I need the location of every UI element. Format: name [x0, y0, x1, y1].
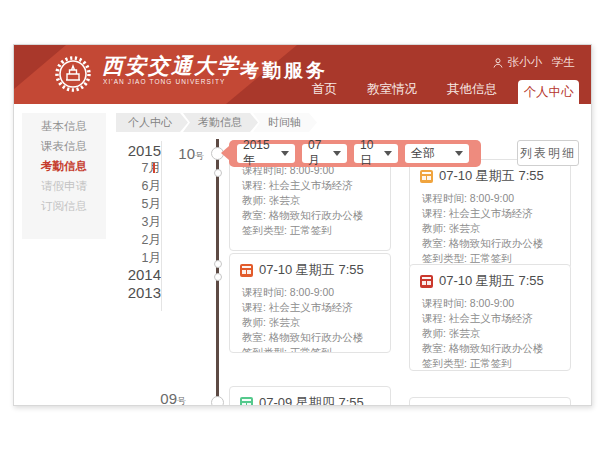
timeline-month-2[interactable]: 2月	[119, 232, 161, 249]
day-label-10: 10号	[164, 145, 204, 163]
orange-stamp-icon	[240, 264, 253, 277]
timeline-node[interactable]	[214, 273, 222, 281]
user-info[interactable]: 张小小 学生	[492, 55, 576, 70]
breadcrumb-personal-center[interactable]: 个人中心	[116, 113, 188, 132]
sidebar-item-subscription-info[interactable]: 订阅信息	[22, 196, 106, 216]
attendance-card[interactable]: 07-09 星期四 7:55	[229, 386, 391, 406]
card-field-line: 课程: 社会主义市场经济	[422, 311, 558, 326]
card-field-line: 教师: 张芸京	[242, 193, 378, 208]
sidebar-item-attendance-info[interactable]: 考勤信息	[22, 156, 106, 176]
card-field-line: 签到类型: 正常签到	[242, 345, 378, 353]
sidebar-item-leave-request[interactable]: 请假申请	[22, 176, 106, 196]
university-name-en: XI'AN JIAO TONG UNIVERSITY	[103, 78, 225, 85]
app-window: 西安交通大学 XI'AN JIAO TONG UNIVERSITY 考勤服务 张…	[13, 44, 592, 406]
card-field-line: 教师: 张芸京	[422, 221, 558, 236]
green-stamp-icon	[240, 397, 253, 407]
chevron-down-icon	[455, 151, 463, 156]
scale-divider	[161, 141, 162, 311]
card-field-line: 教师: 张芸京	[242, 315, 378, 330]
card-date: 07-10 星期五 7:55	[439, 272, 544, 290]
card-field-line: 教室: 格物致知行政办公楼	[242, 330, 378, 345]
chevron-down-icon	[281, 151, 289, 156]
card-field-line: 课程时间: 8:00-9:00	[422, 296, 558, 311]
attendance-card[interactable]: 07-10 星期五 7:55 课程时间: 8:00-9:00 课程: 社会主义市…	[409, 159, 571, 269]
breadcrumb-attendance-info[interactable]: 考勤信息	[183, 113, 258, 132]
nav-item-classrooms[interactable]: 教室情况	[352, 81, 432, 104]
red-stamp-icon	[420, 275, 433, 288]
university-logo-icon	[54, 55, 92, 93]
card-date: 07-10 星期五 7:55	[259, 261, 364, 279]
timeline-node[interactable]	[214, 260, 222, 268]
timeline-year-2014[interactable]: 2014	[119, 266, 161, 283]
chevron-down-icon	[333, 151, 341, 156]
day-label-09: 09号	[150, 390, 186, 406]
card-field-line: 签到类型: 正常签到	[242, 223, 378, 238]
user-name: 张小小	[508, 55, 543, 70]
list-detail-button[interactable]: 列表明细	[517, 140, 579, 166]
timeline-year-2013[interactable]: 2013	[119, 284, 161, 301]
card-date: 07-10 星期五 7:55	[439, 167, 544, 185]
timeline-year-2015[interactable]: 2015	[119, 142, 161, 159]
breadcrumb: 个人中心 考勤信息 时间轴	[116, 113, 317, 132]
nav-item-home[interactable]: 首页	[297, 81, 352, 104]
sidebar-item-basic-info[interactable]: 基本信息	[22, 116, 106, 136]
card-field-line: 课程: 社会主义市场经济	[242, 178, 378, 193]
card-field-line: 教室: 格物致知行政办公楼	[422, 236, 558, 251]
timeline-month-6[interactable]: 6月	[119, 178, 161, 195]
tab-personal-center[interactable]: 个人中心	[518, 80, 579, 104]
attendance-card[interactable]: 07-10 星期五 7:55 课程时间: 8:00-9:00 课程: 社会主义市…	[229, 253, 391, 353]
card-field-line: 课程时间: 8:00-9:00	[422, 191, 558, 206]
filter-bar: 2015年 07月 10日 全部	[229, 140, 481, 167]
timeline-month-1[interactable]: 1月	[119, 250, 161, 267]
sidebar: 基本信息 课表信息 考勤信息 请假申请 订阅信息	[22, 113, 106, 239]
card-date: 07-09 星期四 7:55	[259, 394, 364, 406]
card-field-line: 教室: 格物致知行政办公楼	[242, 208, 378, 223]
app-header: 西安交通大学 XI'AN JIAO TONG UNIVERSITY 考勤服务 张…	[14, 45, 591, 104]
timeline-axis	[216, 139, 219, 405]
main-nav: 首页 教室情况 其他信息 个人中心	[297, 80, 579, 104]
timeline-month-3[interactable]: 3月	[119, 214, 161, 231]
type-select[interactable]: 全部	[405, 144, 469, 163]
filter-bar-arrow	[221, 146, 229, 160]
current-month-marker	[153, 163, 155, 173]
user-icon	[492, 57, 504, 69]
chevron-down-icon	[384, 151, 392, 156]
day-select[interactable]: 10日	[354, 144, 398, 163]
card-field-line: 教师: 张芸京	[422, 326, 558, 341]
user-role: 学生	[552, 55, 575, 70]
university-name-cn: 西安交通大学	[102, 52, 240, 80]
timeline-node[interactable]	[214, 169, 222, 177]
card-field-line: 课程: 社会主义市场经济	[242, 300, 378, 315]
nav-item-other-info[interactable]: 其他信息	[432, 81, 512, 104]
yellow-stamp-icon	[420, 170, 433, 183]
year-select[interactable]: 2015年	[237, 144, 295, 163]
card-field-line: 签到类型: 正常签到	[422, 356, 558, 371]
card-field-line: 课程时间: 8:00-9:00	[242, 285, 378, 300]
timeline-month-5[interactable]: 5月	[119, 196, 161, 213]
attendance-card[interactable]	[409, 397, 571, 406]
card-field-line: 教室: 格物致知行政办公楼	[422, 341, 558, 356]
breadcrumb-timeline[interactable]: 时间轴	[253, 113, 317, 132]
card-field-line: 课程: 社会主义市场经济	[422, 206, 558, 221]
sidebar-item-schedule-info[interactable]: 课表信息	[22, 136, 106, 156]
attendance-card[interactable]: 07-10 星期五 7:55 课程时间: 8:00-9:00 课程: 社会主义市…	[409, 264, 571, 371]
month-select[interactable]: 07月	[302, 144, 347, 163]
timeline-node[interactable]	[211, 396, 224, 406]
